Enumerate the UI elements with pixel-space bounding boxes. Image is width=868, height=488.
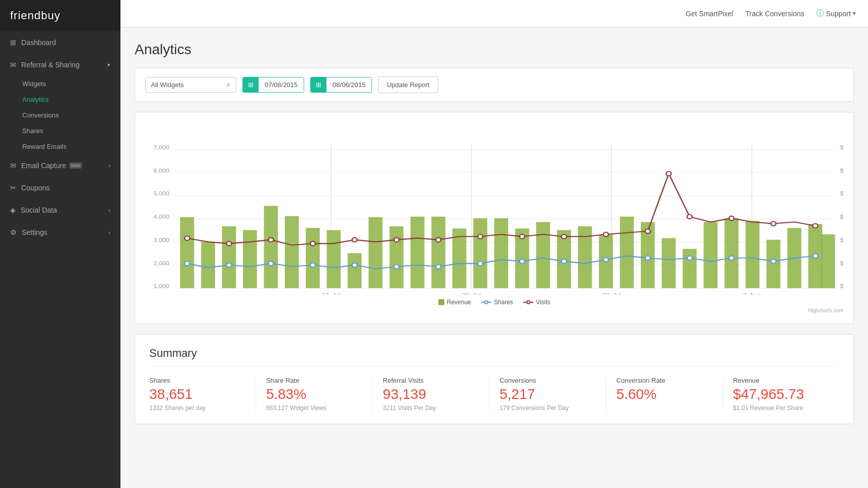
svg-rect-36 [327,230,341,289]
svg-text:20. Jul: 20. Jul [462,292,481,295]
page-title: Analytics [135,42,854,58]
shares-line-icon [481,300,491,305]
svg-point-93 [813,224,818,228]
svg-point-78 [226,241,231,246]
svg-point-77 [185,236,190,240]
svg-rect-44 [494,218,509,288]
chart-area: 1,000 2,000 3,000 4,000 5,000 6,000 7,00… [145,123,843,295]
chevron-right-icon: › [108,229,110,235]
svg-rect-43 [473,218,487,288]
svg-point-97 [527,301,530,304]
sidebar-item-settings[interactable]: ⚙ Settings › [0,221,120,243]
svg-point-79 [268,237,273,242]
brand-logo: friendbuy [0,0,120,31]
topnav: Get SmartPixel Track Conversions ⓘ Suppo… [120,0,868,27]
svg-rect-53 [683,249,697,289]
chevron-down-icon: ▾ [107,62,110,68]
stat-revenue-sub: $1.01 Revenue Per Share [733,404,829,412]
chevron-right-icon: › [108,207,110,213]
svg-point-61 [185,261,190,266]
svg-rect-41 [431,217,445,288]
date-end-value: 08/06/2015 [326,77,371,92]
update-report-button[interactable]: Update Report [378,76,438,93]
sidebar-item-conversions[interactable]: Conversions [0,107,120,123]
svg-text:6,000: 6,000 [153,168,169,174]
get-smart-pixel-link[interactable]: Get SmartPixel [686,10,733,18]
date-start-input[interactable]: ⊞ 07/08/2015 [242,77,304,93]
svg-text:1,000: 1,000 [153,283,169,289]
svg-point-73 [687,256,692,261]
svg-point-62 [226,263,231,267]
svg-point-71 [603,258,608,262]
svg-point-92 [771,222,776,226]
stat-revenue: Revenue $47,965.73 $1.01 Revenue Per Sha… [722,377,839,412]
sidebar-item-analytics[interactable]: Analytics [0,92,120,107]
clear-icon[interactable]: ✕ [226,82,231,89]
analytics-chart: 1,000 2,000 3,000 4,000 5,000 6,000 7,00… [145,123,843,295]
svg-point-66 [394,265,399,269]
svg-point-64 [310,263,315,267]
stat-referral-visits-sub: 3211 Visits Per Day [383,404,479,412]
svg-point-65 [352,263,357,267]
svg-rect-39 [390,226,404,288]
stat-share-rate-label: Share Rate [266,377,362,384]
widget-select-value: All Widgets [151,81,184,89]
svg-rect-50 [620,217,634,288]
stat-conversion-rate-value: 5.60% [616,386,713,402]
stat-referral-visits-value: 93,139 [383,386,479,402]
sidebar-item-email-capture[interactable]: ✉ Email Capture beta › [0,154,120,177]
filter-bar: All Widgets ✕ ⊞ 07/08/2015 ⊞ 08/06/2015 … [135,68,854,102]
support-link[interactable]: ⓘ Support ▾ [816,9,856,18]
svg-text:5,000: 5,000 [153,190,169,196]
stat-shares-value: 38,651 [149,386,245,402]
date-end-input[interactable]: ⊞ 08/06/2015 [310,77,372,93]
stat-shares: Shares 38,651 1332 Shares per day [149,377,256,412]
svg-text:13. Jul: 13. Jul [322,292,341,295]
sidebar-item-label: Social Data [21,206,57,214]
legend-revenue-label: Revenue [447,299,471,306]
stat-share-rate-sub: 663,127 Widget Views [266,404,362,412]
sidebar-item-reward-emails[interactable]: Reward Emails [0,139,120,154]
question-circle-icon: ⓘ [816,9,824,18]
svg-point-74 [729,256,734,261]
stat-share-rate: Share Rate 5.83% 663,127 Widget Views [256,377,373,412]
sidebar-item-referral-sharing[interactable]: ✉ Referral & Sharing ▾ [0,54,120,76]
svg-text:3. Aug: 3. Aug [743,292,761,295]
svg-text:$2,500.00: $2,500.00 [840,190,843,196]
svg-point-76 [813,254,818,258]
beta-badge: beta [69,162,82,169]
calendar-end-icon: ⊞ [311,77,326,92]
svg-point-70 [561,259,566,264]
svg-rect-29 [180,217,194,288]
svg-text:4,000: 4,000 [153,214,169,220]
svg-point-88 [645,229,650,233]
svg-rect-33 [264,206,278,289]
referral-icon: ✉ [10,61,16,69]
svg-rect-34 [285,216,299,288]
highcharts-credit: Highcharts.com [145,308,843,313]
svg-point-89 [666,172,671,176]
track-conversions-link[interactable]: Track Conversions [746,10,804,18]
legend-shares-label: Shares [494,299,513,306]
widget-select[interactable]: All Widgets ✕ [145,77,236,93]
sidebar-item-label: Email Capture [21,161,66,170]
settings-icon: ⚙ [10,228,17,236]
svg-rect-35 [306,228,320,288]
svg-text:2,000: 2,000 [153,260,169,266]
sidebar-item-social-data[interactable]: ◈ Social Data › [0,199,120,221]
svg-text:$3,500.00: $3,500.00 [840,144,843,150]
stat-share-rate-value: 5.83% [266,386,362,402]
stat-conversions-sub: 179 Conversions Per Day [500,404,596,412]
svg-rect-52 [662,238,676,288]
legend-revenue: Revenue [438,299,471,306]
sidebar-item-widgets[interactable]: Widgets [0,76,120,92]
sidebar-item-coupons[interactable]: ✂ Coupons [0,177,120,199]
sidebar-item-label: Referral & Sharing [21,61,79,69]
coupons-icon: ✂ [10,184,16,192]
social-icon: ◈ [10,206,16,214]
svg-rect-38 [368,217,383,288]
sidebar-item-shares[interactable]: Shares [0,123,120,139]
sidebar-item-dashboard[interactable]: ⊞ Dashboard [0,31,120,54]
sidebar-item-label: Settings [22,228,48,236]
stat-conversions-label: Conversions [500,377,596,384]
